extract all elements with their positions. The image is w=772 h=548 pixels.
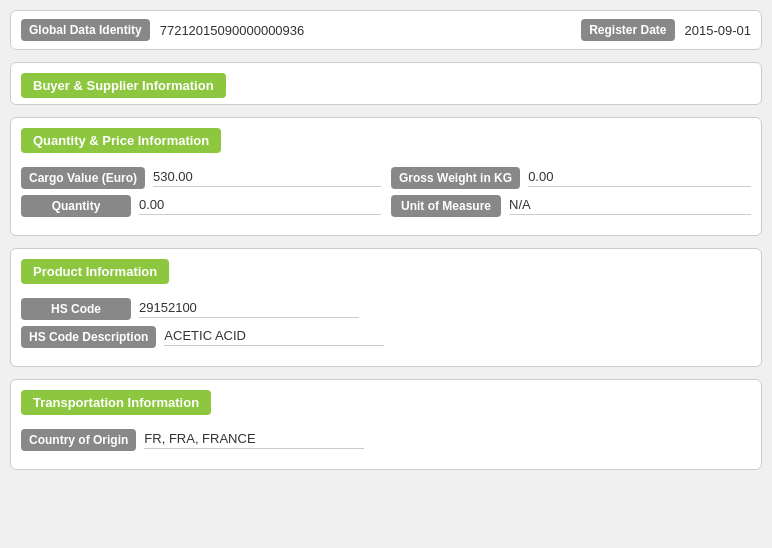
gross-weight-label: Gross Weight in KG [391,167,520,189]
quantity-uom-row: Quantity 0.00 Unit of Measure N/A [21,195,751,217]
global-data-label: Global Data Identity [21,19,150,41]
hs-code-row: HS Code 29152100 [21,298,751,320]
product-title: Product Information [21,259,169,284]
quantity-price-panel: Quantity & Price Information Cargo Value… [10,117,762,236]
hs-code-value: 29152100 [139,300,359,318]
gross-weight-value: 0.00 [528,169,751,187]
uom-label: Unit of Measure [391,195,501,217]
product-header: Product Information [11,249,761,290]
product-panel: Product Information HS Code 29152100 HS … [10,248,762,367]
transportation-panel: Transportation Information Country of Or… [10,379,762,470]
quantity-price-header: Quantity & Price Information [11,118,761,159]
buyer-supplier-header: Buyer & Supplier Information [11,63,761,104]
cargo-value-label: Cargo Value (Euro) [21,167,145,189]
uom-col: Unit of Measure N/A [391,195,751,217]
quantity-value: 0.00 [139,197,381,215]
transportation-body: Country of Origin FR, FRA, FRANCE [11,421,761,469]
cargo-value: 530.00 [153,169,381,187]
page-container: Global Data Identity 7721201509000000093… [10,10,762,470]
hs-code-desc-label: HS Code Description [21,326,156,348]
quantity-price-title: Quantity & Price Information [21,128,221,153]
uom-value: N/A [509,197,751,215]
header-row: Global Data Identity 7721201509000000093… [10,10,762,50]
quantity-col: Quantity 0.00 [21,195,381,217]
transportation-header: Transportation Information [11,380,761,421]
buyer-supplier-title: Buyer & Supplier Information [21,73,226,98]
buyer-supplier-panel: Buyer & Supplier Information [10,62,762,105]
product-body: HS Code 29152100 HS Code Description ACE… [11,290,761,366]
transportation-title: Transportation Information [21,390,211,415]
register-date-label: Register Date [581,19,674,41]
country-origin-row: Country of Origin FR, FRA, FRANCE [21,429,751,451]
quantity-label: Quantity [21,195,131,217]
country-origin-value: FR, FRA, FRANCE [144,431,364,449]
global-data-value: 77212015090000000936 [160,23,571,38]
cargo-col: Cargo Value (Euro) 530.00 [21,167,381,189]
gross-col: Gross Weight in KG 0.00 [391,167,751,189]
country-origin-label: Country of Origin [21,429,136,451]
hs-code-label: HS Code [21,298,131,320]
cargo-gross-row: Cargo Value (Euro) 530.00 Gross Weight i… [21,167,751,189]
register-date-value: 2015-09-01 [685,23,752,38]
hs-code-desc-row: HS Code Description ACETIC ACID [21,326,751,348]
quantity-price-body: Cargo Value (Euro) 530.00 Gross Weight i… [11,159,761,235]
hs-code-desc-value: ACETIC ACID [164,328,384,346]
